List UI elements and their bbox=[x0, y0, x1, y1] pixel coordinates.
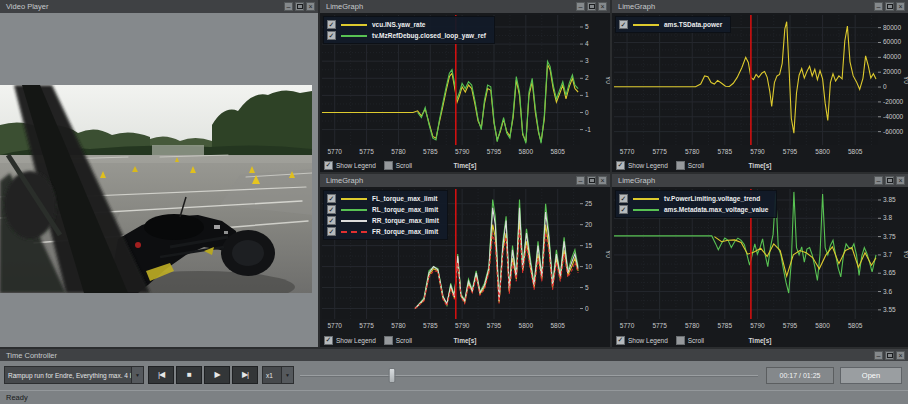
float-button[interactable] bbox=[587, 176, 596, 185]
close-button[interactable]: × bbox=[896, 351, 905, 360]
legend-checkbox[interactable]: ✓ bbox=[619, 194, 628, 203]
y-tick-label: 25 bbox=[585, 200, 593, 207]
float-icon bbox=[887, 353, 893, 358]
y-tick-label: 3 bbox=[585, 57, 589, 64]
plot-area[interactable]: 577057755780578557905795580058053.553.63… bbox=[612, 187, 908, 332]
graph-options-bar: ✓ Show Legend Scroll Time[s] bbox=[612, 158, 908, 172]
x-tick-label: 5770 bbox=[328, 322, 343, 329]
legend-label: ams.TSData.power bbox=[664, 21, 722, 28]
minimize-button[interactable]: – bbox=[576, 2, 585, 11]
y-tick-label: 3.7 bbox=[883, 251, 892, 258]
limegraph-panel-voltage: LimeGraph –× 577057755780578557905795580… bbox=[612, 174, 908, 347]
float-icon bbox=[887, 178, 893, 183]
minimize-button[interactable]: – bbox=[576, 176, 585, 185]
plot-area[interactable]: 5770577557805785579057955800580505101520… bbox=[320, 187, 610, 332]
limegraph-titlebar[interactable]: LimeGraph –× bbox=[320, 0, 610, 13]
float-button[interactable] bbox=[587, 2, 596, 11]
timeline-slider[interactable] bbox=[300, 368, 758, 383]
limegraph-titlebar[interactable]: LimeGraph –× bbox=[612, 174, 908, 187]
graph-content: 57705775578057855790579558005805-60000-4… bbox=[612, 13, 908, 172]
legend-checkbox[interactable]: ✓ bbox=[327, 205, 336, 214]
scroll-checkbox[interactable] bbox=[384, 336, 393, 345]
y-axis-label: Y0 bbox=[605, 250, 610, 258]
x-tick-label: 5770 bbox=[620, 148, 635, 155]
close-button[interactable]: × bbox=[306, 2, 315, 11]
legend-row: ✓FL_torque_max_limit bbox=[327, 194, 439, 203]
show-legend-checkbox[interactable]: ✓ bbox=[324, 336, 333, 345]
open-button[interactable]: Open bbox=[840, 367, 902, 384]
skip-to-start-button[interactable]: |◀ bbox=[148, 366, 174, 384]
scroll-label: Scroll bbox=[396, 337, 412, 344]
video-player-title: Video Player bbox=[6, 2, 48, 11]
close-button[interactable]: × bbox=[598, 2, 607, 11]
graph-options-bar: ✓ Show Legend Scroll Time[s] bbox=[320, 158, 610, 172]
legend-checkbox[interactable]: ✓ bbox=[327, 227, 336, 236]
power-graph[interactable]: 57705775578057855790579558005805-60000-4… bbox=[612, 13, 908, 158]
x-axis-label: Time[s] bbox=[749, 162, 772, 169]
legend-row: ✓vcu.INS.yaw_rate bbox=[327, 20, 486, 29]
run-selector-dropdown[interactable]: Rampup run for Endre, Everything max. 4 … bbox=[4, 366, 144, 384]
float-button[interactable] bbox=[295, 2, 304, 11]
scroll-checkbox[interactable] bbox=[676, 336, 685, 345]
window-buttons: –× bbox=[874, 2, 905, 11]
check-icon: ✓ bbox=[326, 337, 332, 343]
x-tick-label: 5795 bbox=[783, 322, 798, 329]
x-tick-label: 5775 bbox=[652, 322, 667, 329]
minimize-button[interactable]: – bbox=[874, 2, 883, 11]
legend-row: ✓ams.Metadata.max_voltage_value bbox=[619, 205, 768, 214]
y-tick-label: -1 bbox=[585, 126, 591, 133]
scroll-checkbox[interactable] bbox=[676, 161, 685, 170]
skip-to-end-button[interactable]: ▶| bbox=[232, 366, 258, 384]
panel-title: LimeGraph bbox=[618, 176, 655, 185]
legend-label: RL_torque_max_limit bbox=[372, 206, 438, 213]
x-tick-label: 5795 bbox=[783, 148, 798, 155]
limegraph-panel-yaw-rate: LimeGraph –× 577057755780578557905795580… bbox=[320, 0, 610, 172]
legend-checkbox[interactable]: ✓ bbox=[327, 216, 336, 225]
scroll-checkbox[interactable] bbox=[384, 161, 393, 170]
legend-checkbox[interactable]: ✓ bbox=[327, 20, 336, 29]
playback-speed-dropdown[interactable]: x1 ▼ bbox=[262, 366, 294, 384]
y-tick-label: 40000 bbox=[883, 53, 901, 60]
y-tick-label: 3.6 bbox=[883, 288, 892, 295]
slider-groove[interactable] bbox=[300, 375, 758, 377]
x-tick-label: 5785 bbox=[423, 148, 438, 155]
y-axis-label: Y0 bbox=[903, 250, 908, 258]
plot-area[interactable]: 57705775578057855790579558005805-1012345… bbox=[320, 13, 610, 158]
legend-line-sample bbox=[341, 209, 367, 211]
video-player-titlebar[interactable]: Video Player –× bbox=[0, 0, 318, 13]
y-tick-label: 3.65 bbox=[883, 269, 896, 276]
legend-checkbox[interactable]: ✓ bbox=[327, 194, 336, 203]
plot-area[interactable]: 57705775578057855790579558005805-60000-4… bbox=[612, 13, 908, 158]
float-button[interactable] bbox=[885, 176, 894, 185]
stop-button[interactable]: ■ bbox=[176, 366, 202, 384]
x-axis-label: Time[s] bbox=[454, 337, 477, 344]
legend-row: ✓RL_torque_max_limit bbox=[327, 205, 439, 214]
minimize-button[interactable]: – bbox=[874, 351, 883, 360]
close-button[interactable]: × bbox=[598, 176, 607, 185]
x-tick-label: 5800 bbox=[519, 148, 534, 155]
close-button[interactable]: × bbox=[896, 176, 905, 185]
video-frame bbox=[0, 85, 312, 293]
limegraph-titlebar[interactable]: LimeGraph –× bbox=[320, 174, 610, 187]
y-tick-label: -40000 bbox=[883, 113, 904, 120]
legend-checkbox[interactable]: ✓ bbox=[619, 20, 628, 29]
scroll-label: Scroll bbox=[688, 337, 704, 344]
show-legend-checkbox[interactable]: ✓ bbox=[324, 161, 333, 170]
play-button[interactable]: ▶ bbox=[204, 366, 230, 384]
show-legend-checkbox[interactable]: ✓ bbox=[616, 336, 625, 345]
legend-line-sample bbox=[633, 198, 659, 200]
close-button[interactable]: × bbox=[896, 2, 905, 11]
minimize-button[interactable]: – bbox=[284, 2, 293, 11]
time-controller-panel: Time Controller –× Rampup run for Endre,… bbox=[0, 349, 908, 390]
legend-checkbox[interactable]: ✓ bbox=[327, 31, 336, 40]
limegraph-titlebar[interactable]: LimeGraph –× bbox=[612, 0, 908, 13]
x-tick-label: 5785 bbox=[423, 322, 438, 329]
slider-handle[interactable] bbox=[388, 368, 395, 383]
float-button[interactable] bbox=[885, 2, 894, 11]
float-button[interactable] bbox=[885, 351, 894, 360]
legend-checkbox[interactable]: ✓ bbox=[619, 205, 628, 214]
y-tick-label: 80000 bbox=[883, 24, 901, 31]
show-legend-checkbox[interactable]: ✓ bbox=[616, 161, 625, 170]
minimize-button[interactable]: – bbox=[874, 176, 883, 185]
y-tick-label: 3.75 bbox=[883, 233, 896, 240]
